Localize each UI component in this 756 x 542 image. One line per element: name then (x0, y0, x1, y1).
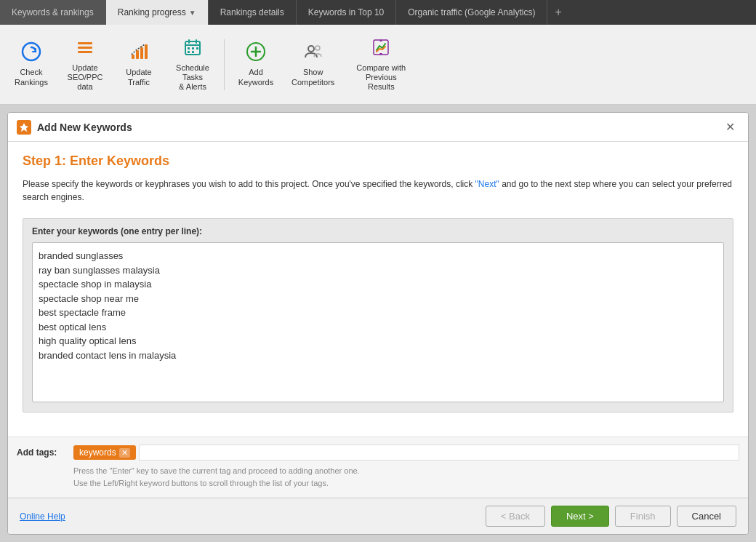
add-tab-button[interactable]: + (547, 0, 568, 25)
svg-point-0 (23, 43, 40, 60)
svg-point-20 (308, 46, 314, 52)
tab-arrow: ▼ (189, 9, 196, 17)
update-seo-button[interactable]: UpdateSEO/PPCdata (60, 32, 110, 97)
keywords-textarea[interactable]: branded sunglasses ray ban sunglasses ma… (32, 242, 724, 402)
show-competitors-button[interactable]: ShowCompetitors (284, 32, 342, 97)
show-competitors-icon (303, 41, 323, 65)
svg-rect-4 (132, 55, 134, 59)
top-nav: Keywords & rankings Ranking progress ▼ R… (0, 0, 756, 25)
next-link[interactable]: "Next" (475, 179, 499, 189)
keywords-section: Enter your keywords (one entry per line)… (23, 218, 733, 413)
tags-row: Add tags: keywords ✕ (17, 445, 739, 461)
toolbar-divider-1 (224, 39, 225, 90)
check-rankings-button[interactable]: CheckRankings (6, 32, 57, 97)
svg-rect-15 (188, 51, 190, 53)
svg-rect-5 (136, 50, 139, 59)
tab-rankings-details[interactable]: Rankings details (209, 0, 297, 25)
svg-marker-23 (20, 123, 28, 132)
tag-close-button[interactable]: ✕ (119, 448, 130, 458)
main-area: Add New Keywords ✕ Step 1: Enter Keyword… (0, 105, 756, 542)
back-button[interactable]: < Back (486, 506, 545, 527)
add-keywords-label: AddKeywords (238, 68, 273, 87)
svg-rect-14 (196, 47, 198, 49)
online-help-link[interactable]: Online Help (20, 511, 65, 522)
check-rankings-icon (21, 41, 41, 65)
svg-rect-3 (78, 51, 92, 53)
dialog-body: Step 1: Enter Keywords Please specify th… (8, 142, 748, 437)
update-traffic-button[interactable]: UpdateTraffic (113, 32, 164, 97)
svg-rect-7 (145, 44, 148, 59)
add-keywords-icon (246, 41, 266, 65)
svg-rect-16 (192, 51, 194, 53)
keywords-label: Enter your keywords (one entry per line)… (32, 226, 724, 236)
schedule-tasks-label: ScheduleTasks& Alerts (176, 63, 209, 92)
tab-organic-traffic[interactable]: Organic traffic (Google Analytics) (396, 0, 547, 25)
dialog-close-button[interactable]: ✕ (721, 119, 739, 135)
update-traffic-label: UpdateTraffic (126, 68, 151, 87)
tab-ranking-progress[interactable]: Ranking progress ▼ (106, 0, 209, 25)
footer-right: < Back Next > Finish Cancel (486, 506, 736, 527)
add-keywords-dialog: Add New Keywords ✕ Step 1: Enter Keyword… (7, 112, 749, 535)
check-rankings-label: CheckRankings (15, 68, 48, 87)
finish-button[interactable]: Finish (615, 506, 671, 527)
tab-keywords-top10[interactable]: Keywords in Top 10 (297, 0, 397, 25)
dialog-footer: Online Help < Back Next > Finish Cancel (8, 498, 748, 534)
update-seo-icon (75, 37, 95, 60)
svg-rect-2 (78, 47, 92, 49)
svg-rect-1 (78, 42, 92, 44)
tag-keywords: keywords ✕ (73, 445, 136, 460)
svg-rect-12 (188, 47, 190, 49)
schedule-tasks-icon (182, 37, 203, 60)
compare-results-label: Compare withPrevious Results (352, 63, 410, 92)
compare-results-icon (371, 37, 391, 60)
toolbar: CheckRankings UpdateSEO/PPCdata UpdateTr… (0, 25, 756, 105)
next-button[interactable]: Next > (551, 506, 609, 527)
svg-rect-6 (140, 47, 143, 59)
step-description: Please specify the keywords or keyphrase… (23, 178, 733, 204)
update-seo-label: UpdateSEO/PPCdata (68, 63, 103, 92)
tag-input[interactable] (139, 445, 739, 461)
step-title: Step 1: Enter Keywords (23, 154, 733, 169)
svg-rect-13 (192, 47, 194, 49)
footer-left: Online Help (20, 511, 65, 522)
schedule-tasks-button[interactable]: ScheduleTasks& Alerts (167, 32, 218, 97)
tags-label: Add tags: (17, 447, 68, 458)
dialog-title-bar: Add New Keywords ✕ (8, 113, 748, 142)
dialog-title-text: Add New Keywords (37, 121, 721, 133)
tab-keywords-rankings[interactable]: Keywords & rankings (0, 0, 106, 25)
add-keywords-button[interactable]: AddKeywords (230, 32, 281, 97)
tags-hint-2: Use the Left/Right keyword buttons to sc… (17, 477, 739, 490)
cancel-button[interactable]: Cancel (677, 506, 736, 527)
dialog-icon (17, 120, 31, 135)
tags-section: Add tags: keywords ✕ Press the "Enter" k… (8, 437, 748, 498)
show-competitors-label: ShowCompetitors (291, 68, 334, 87)
svg-rect-9 (185, 44, 200, 46)
tags-hint-1: Press the "Enter" key to save the curren… (17, 465, 739, 477)
svg-point-21 (315, 46, 320, 50)
update-traffic-icon (129, 41, 149, 65)
compare-results-button[interactable]: Compare withPrevious Results (345, 32, 417, 97)
